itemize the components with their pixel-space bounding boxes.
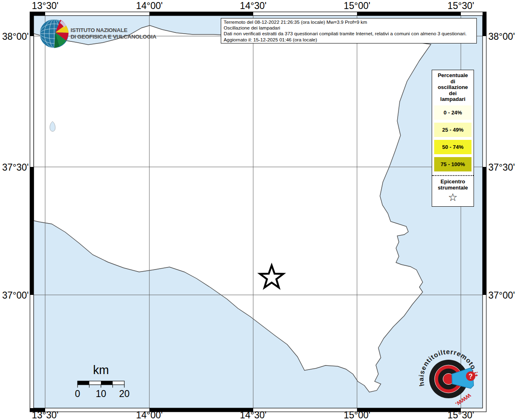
lon-label-bottom-1530: 15°30' xyxy=(448,410,474,420)
legend-class-label: 25 - 49% xyxy=(442,127,463,133)
lon-label-bottom-1330: 13°30' xyxy=(32,410,59,420)
legend-title-line: di xyxy=(434,79,472,85)
legend-title-line: lampadari xyxy=(434,96,472,103)
lat-label-left-3730: 37°30' xyxy=(0,162,29,173)
lon-label-top-1430: 14°30' xyxy=(240,0,267,11)
event-info-line-3: Dati non verificati estratti da 373 ques… xyxy=(224,31,474,37)
legend-class-label: 75 - 100% xyxy=(441,161,465,167)
star-icon: ☆ xyxy=(434,192,472,203)
legend-class-label: 50 - 74% xyxy=(442,144,463,150)
lon-label-top-1500: 15°00' xyxy=(344,0,371,11)
lon-label-top-1330: 13°30' xyxy=(32,0,59,11)
lon-label-bottom-1430: 14°30' xyxy=(240,410,267,420)
lat-label-right-3700: 37°00' xyxy=(488,290,515,301)
legend-divider xyxy=(432,175,474,176)
event-info-box: Terremoto del 08-12-2022 21:26:35 (ora l… xyxy=(221,18,477,43)
event-info-line-2: Oscillazione dei lampadari xyxy=(224,25,474,31)
lon-label-bottom-1500: 15°00' xyxy=(344,410,371,420)
map-canvas: km 0 10 20 xyxy=(0,0,515,420)
scale-tick-20: 20 xyxy=(119,388,130,399)
legend-class-0-24: 0 - 24% xyxy=(434,105,472,120)
ingv-name-line2: DI GEOFISICA E VULCANOLOGIA xyxy=(71,34,156,40)
lat-label-left-3700: 37°00' xyxy=(0,290,29,301)
lat-label-right-3730: 37°30' xyxy=(488,162,515,173)
legend-epicenter-label: Epicentro xyxy=(434,178,472,185)
ingv-name-line1: ISTITUTO NAZIONALE xyxy=(71,27,128,33)
legend-title-line: dei xyxy=(434,91,472,97)
lon-label-bottom-1400: 14°00' xyxy=(136,410,163,420)
scale-bar-unit: km xyxy=(93,363,109,377)
lon-label-top-1400: 14°00' xyxy=(136,0,163,11)
event-info-line-1: Terremoto del 08-12-2022 21:26:35 (ora l… xyxy=(224,19,474,25)
legend-epicenter-label: strumentale xyxy=(434,185,472,191)
event-info-line-4: Aggiornato il: 15-12-2025 01:46 (ora loc… xyxy=(224,37,474,43)
legend-class-label: 0 - 24% xyxy=(444,110,462,116)
legend-panel: Percentuale di oscillazione dei lampadar… xyxy=(432,70,474,207)
legend-class-50-74: 50 - 74% xyxy=(434,140,472,154)
legend-class-25-49: 25 - 49% xyxy=(434,123,472,137)
legend-title-line: oscillazione xyxy=(434,84,472,91)
map-figure: km 0 10 20 xyxy=(0,0,515,420)
lat-label-left-3800: 38°00' xyxy=(0,31,29,42)
lon-label-top-1530: 15°30' xyxy=(448,0,474,11)
scale-tick-10: 10 xyxy=(96,388,106,399)
legend-class-75-100: 75 - 100% xyxy=(434,157,472,171)
lat-label-right-3800: 38°00' xyxy=(488,31,515,42)
legend-title-line: Percentuale xyxy=(434,73,472,79)
scale-tick-0: 0 xyxy=(75,388,80,399)
